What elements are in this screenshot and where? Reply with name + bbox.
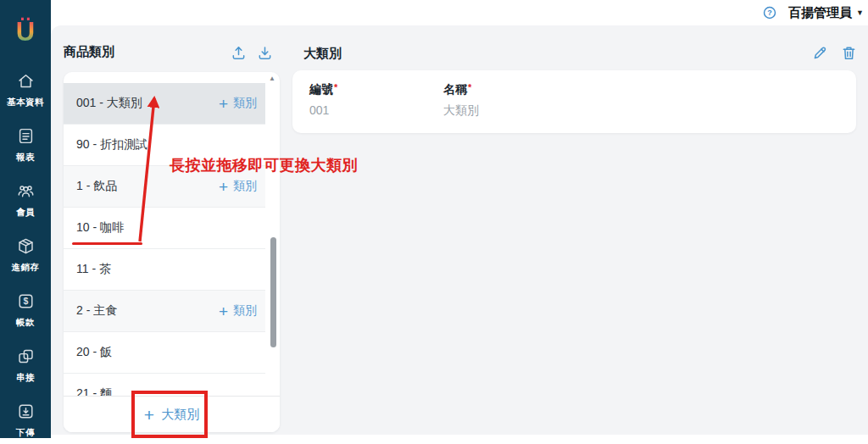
sidebar-nav: 基本資料報表會員進銷存$帳款串接下傳 <box>0 71 51 439</box>
add-subcategory-button[interactable]: +類別 <box>219 303 257 319</box>
detail-card: 編號* 001 名稱* 大類別 <box>292 70 856 133</box>
scroll-up-icon[interactable]: ▲ <box>269 75 275 82</box>
inventory-icon <box>16 236 36 259</box>
category-list-footer: + 大類別 <box>64 396 280 432</box>
field-name-value[interactable]: 大類別 <box>443 103 479 119</box>
user-name: 百揚管理員 <box>788 5 852 21</box>
category-row[interactable]: 20 - 飯 <box>64 332 265 374</box>
add-subcategory-button[interactable]: +類別 <box>219 96 257 112</box>
required-mark: * <box>334 82 337 92</box>
detail-panel-title: 大類別 <box>303 46 342 62</box>
category-row-label: 10 - 咖啡 <box>76 220 124 236</box>
add-subcategory-label: 類別 <box>233 303 257 319</box>
sidebar-item-label: 基本資料 <box>7 97 44 108</box>
sidebar-item-2[interactable]: 報表 <box>0 126 51 164</box>
topbar: ? 百揚管理員 ▼ <box>51 0 868 25</box>
sidebar-item-label: 進銷存 <box>12 262 40 274</box>
category-panel-title: 商品類別 <box>64 44 114 60</box>
category-row[interactable]: 11 - 茶 <box>64 249 265 291</box>
scrollbar-thumb[interactable] <box>270 237 276 347</box>
field-name[interactable]: 名稱* 大類別 <box>443 82 479 119</box>
sidebar-item-3[interactable]: 會員 <box>0 181 51 219</box>
add-subcategory-label: 類別 <box>233 96 257 111</box>
edit-icon[interactable] <box>812 45 828 61</box>
sidebar-item-7[interactable]: 下傳 <box>0 402 51 439</box>
plus-icon: + <box>219 96 228 112</box>
sidebar-item-label: 下傳 <box>16 427 35 439</box>
field-code-label: 編號* <box>309 82 337 97</box>
plus-icon: + <box>219 303 228 319</box>
category-row[interactable]: 001 - 大類別+類別 <box>64 83 265 125</box>
main-content: 商品類別 ▲ 001 - 大類別+類別90 - 折扣測試1 - 飲品+類別10 … <box>51 25 868 435</box>
download-icon <box>16 402 36 425</box>
category-row-label: 2 - 主食 <box>76 303 117 319</box>
delete-icon[interactable] <box>841 45 857 61</box>
home-icon <box>16 71 36 94</box>
download-icon[interactable] <box>257 45 273 61</box>
svg-text:$: $ <box>23 296 28 306</box>
sidebar-item-label: 報表 <box>16 152 35 164</box>
sidebar-item-label: 串接 <box>16 372 35 384</box>
category-list-rows: 001 - 大類別+類別90 - 折扣測試1 - 飲品+類別10 - 咖啡11 … <box>64 83 265 415</box>
add-main-category-button[interactable]: + 大類別 <box>144 406 199 424</box>
link-icon <box>16 347 36 369</box>
plus-icon: + <box>144 406 154 424</box>
help-icon[interactable]: ? <box>762 5 777 20</box>
category-row[interactable]: 2 - 主食+類別 <box>64 291 265 332</box>
add-subcategory-label: 類別 <box>233 179 257 194</box>
app-logo[interactable]: Ü <box>0 17 51 47</box>
annotation-underline <box>72 242 142 245</box>
sidebar-item-1[interactable]: 基本資料 <box>0 71 51 108</box>
field-name-label: 名稱* <box>443 82 479 97</box>
add-subcategory-button[interactable]: +類別 <box>219 179 257 195</box>
sidebar-item-6[interactable]: 串接 <box>0 347 51 384</box>
svg-text:?: ? <box>767 8 772 17</box>
category-row-label: 20 - 飯 <box>76 345 112 360</box>
annotation-drag-hint: 長按並拖移即可更換大類別 <box>170 155 358 175</box>
user-menu[interactable]: 百揚管理員 ▼ <box>788 5 864 21</box>
required-mark: * <box>468 82 471 92</box>
payment-icon: $ <box>16 291 36 314</box>
sidebar-item-4[interactable]: 進銷存 <box>0 236 51 274</box>
category-row-label: 001 - 大類別 <box>76 96 142 111</box>
category-row-label: 90 - 折扣測試 <box>76 137 147 153</box>
category-list-card: ▲ 001 - 大類別+類別90 - 折扣測試1 - 飲品+類別10 - 咖啡1… <box>64 72 280 432</box>
category-row-label: 1 - 飲品 <box>76 179 117 194</box>
sidebar-item-5[interactable]: $帳款 <box>0 291 51 329</box>
chevron-down-icon: ▼ <box>856 8 864 17</box>
report-icon <box>16 126 36 149</box>
field-code-value[interactable]: 001 <box>309 103 337 117</box>
sidebar-item-label: 會員 <box>16 207 35 219</box>
upload-icon[interactable] <box>231 45 247 61</box>
sidebar-item-label: 帳款 <box>16 317 35 329</box>
add-main-category-label: 大類別 <box>161 407 199 423</box>
members-icon <box>16 181 36 204</box>
category-row-label: 11 - 茶 <box>76 262 111 277</box>
sidebar: Ü 基本資料報表會員進銷存$帳款串接下傳 <box>0 0 51 438</box>
plus-icon: + <box>219 179 228 195</box>
field-code[interactable]: 編號* 001 <box>309 82 337 117</box>
